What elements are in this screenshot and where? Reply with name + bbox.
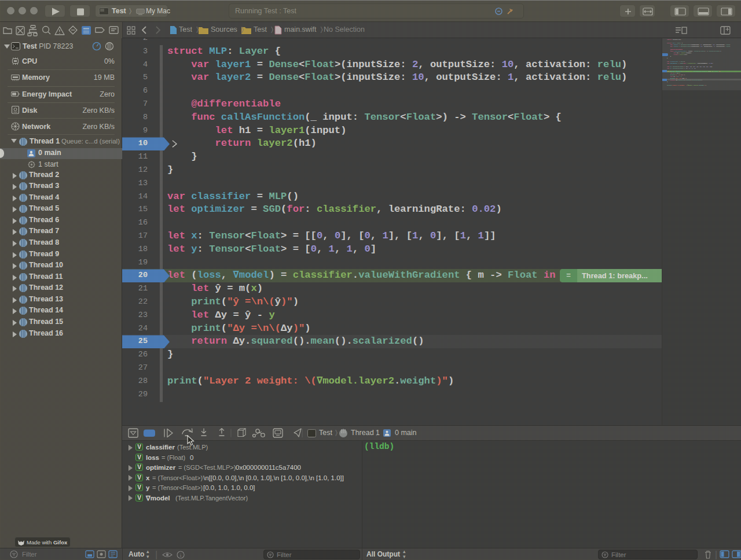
svg-text:i: i	[180, 552, 182, 558]
